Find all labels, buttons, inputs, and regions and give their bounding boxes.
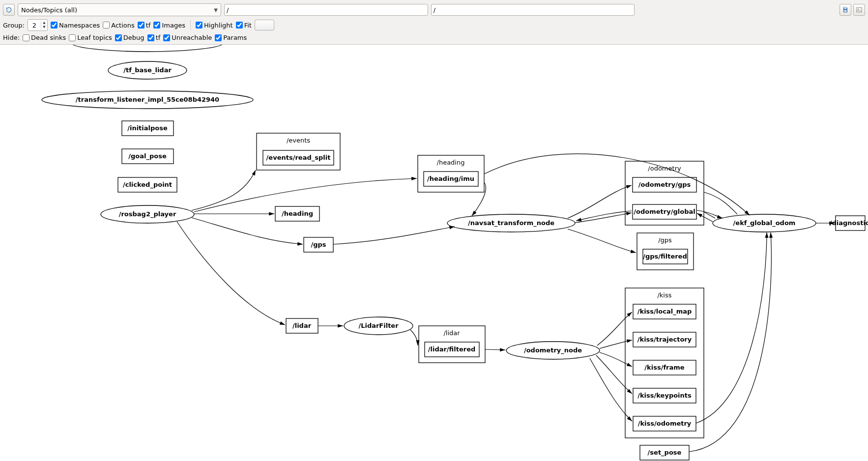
- namespaces-checkbox[interactable]: Namespaces: [51, 22, 100, 29]
- images-checkbox[interactable]: Images: [153, 22, 185, 29]
- group-depth-spinner[interactable]: ▲ ▼: [28, 19, 48, 31]
- toolbar-row-3: Hide: Dead sinks Leaf topics Debug tf Un…: [3, 32, 865, 44]
- svg-text:/LidarFilter: /LidarFilter: [358, 322, 399, 329]
- svg-text:/lidar: /lidar: [292, 322, 312, 329]
- svg-text:/gps: /gps: [658, 236, 672, 244]
- svg-text:/kiss/frame: /kiss/frame: [644, 364, 684, 371]
- view-mode-dropdown[interactable]: Nodes/Topics (all) ▼: [18, 3, 221, 16]
- svg-text:/odometry_node: /odometry_node: [524, 346, 582, 354]
- svg-text:/kiss/trajectory: /kiss/trajectory: [637, 336, 692, 343]
- node-clipped-top[interactable]: [71, 45, 224, 52]
- svg-text:/kiss/odometry: /kiss/odometry: [638, 420, 692, 427]
- save-dot-button[interactable]: [853, 4, 865, 16]
- svg-text:/kiss/keypoints: /kiss/keypoints: [637, 392, 692, 399]
- svg-text:/kiss: /kiss: [657, 291, 671, 299]
- svg-text:/lidar: /lidar: [443, 329, 460, 337]
- hide-label: Hide:: [3, 34, 20, 41]
- fit-checkbox[interactable]: Fit: [236, 22, 252, 29]
- deadsinks-checkbox[interactable]: Dead sinks: [23, 34, 66, 41]
- group-label: Group:: [3, 22, 25, 29]
- svg-text:/odometry: /odometry: [648, 165, 681, 172]
- svg-text:/heading: /heading: [437, 159, 465, 166]
- svg-text:/odometry/gps: /odometry/gps: [638, 181, 691, 188]
- zoom-field[interactable]: [255, 20, 274, 30]
- save-image-button[interactable]: [839, 4, 851, 16]
- chevron-down-icon: ▼: [214, 7, 218, 13]
- svg-text:/clicked_point: /clicked_point: [123, 181, 172, 189]
- svg-text:/navsat_transform_node: /navsat_transform_node: [468, 219, 554, 227]
- svg-text:/tf_base_lidar: /tf_base_lidar: [123, 66, 172, 74]
- svg-text:/gps/filtered: /gps/filtered: [643, 253, 687, 260]
- spinner-down[interactable]: ▼: [41, 25, 47, 29]
- tf-group-checkbox[interactable]: tf: [138, 22, 151, 29]
- toolbar-row-1: Nodes/Topics (all) ▼: [3, 2, 865, 18]
- save-icon: [842, 6, 849, 13]
- svg-text:/heading: /heading: [282, 210, 313, 217]
- svg-text:/events: /events: [287, 137, 310, 144]
- svg-text:/kiss/local_map: /kiss/local_map: [637, 308, 692, 316]
- topic-filter-input[interactable]: [431, 4, 635, 16]
- svg-rect-0: [844, 7, 847, 9]
- params-checkbox[interactable]: Params: [215, 34, 247, 41]
- svg-text:/set_pose: /set_pose: [648, 449, 682, 457]
- toolbar-row-2: Group: ▲ ▼ Namespaces Actions tf Images …: [3, 18, 865, 32]
- svg-text:/heading/imu: /heading/imu: [427, 175, 474, 182]
- spinner-up[interactable]: ▲: [41, 21, 47, 25]
- svg-text:/events/read_split: /events/read_split: [266, 154, 331, 162]
- svg-text:/rosbag2_player: /rosbag2_player: [119, 210, 176, 218]
- leaftopics-checkbox[interactable]: Leaf topics: [69, 34, 112, 41]
- svg-text:/odometry/global: /odometry/global: [634, 208, 695, 215]
- debug-checkbox[interactable]: Debug: [115, 34, 145, 41]
- svg-rect-2: [857, 7, 862, 12]
- tf-hide-checkbox[interactable]: tf: [147, 34, 161, 41]
- refresh-icon: [5, 6, 12, 13]
- svg-point-3: [858, 9, 859, 10]
- graph-canvas[interactable]: /tf_base_lidar /transform_listener_impl_…: [0, 44, 868, 461]
- node-filter-input[interactable]: [224, 4, 428, 16]
- highlight-checkbox[interactable]: Highlight: [196, 22, 233, 29]
- group-depth-value[interactable]: [28, 21, 41, 29]
- svg-text:/transform_listener_impl_55ce0: /transform_listener_impl_55ce08b42940: [76, 96, 219, 104]
- svg-text:/lidar/filtered: /lidar/filtered: [428, 346, 476, 353]
- unreachable-checkbox[interactable]: Unreachable: [163, 34, 212, 41]
- svg-text:/goal_pose: /goal_pose: [128, 152, 167, 160]
- svg-text:/ekf_global_odom: /ekf_global_odom: [733, 219, 796, 227]
- svg-rect-1: [844, 10, 847, 12]
- image-icon: [856, 6, 863, 13]
- svg-text:/gps: /gps: [311, 241, 326, 248]
- svg-text:/diagnostics: /diagnostics: [830, 219, 868, 227]
- actions-checkbox[interactable]: Actions: [103, 22, 135, 29]
- toolbar: Nodes/Topics (all) ▼ Group: ▲ ▼ Namespac…: [0, 0, 868, 45]
- refresh-button[interactable]: [3, 4, 15, 16]
- svg-text:/initialpose: /initialpose: [127, 124, 168, 132]
- view-mode-value: Nodes/Topics (all): [21, 6, 77, 14]
- ros-graph-svg: /tf_base_lidar /transform_listener_impl_…: [0, 45, 868, 461]
